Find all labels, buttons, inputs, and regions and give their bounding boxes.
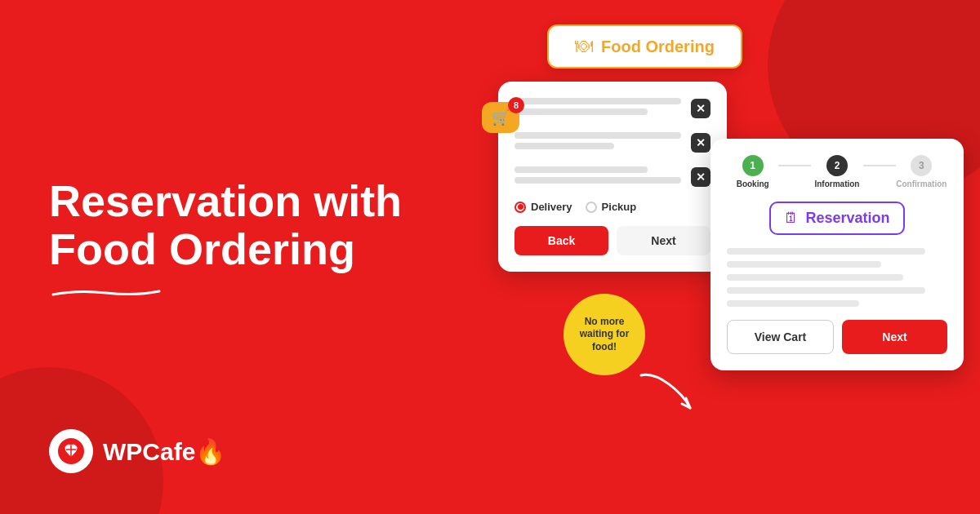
cart-icon: 🛒 (492, 109, 510, 126)
delivery-option[interactable]: Delivery (514, 201, 572, 213)
back-button[interactable]: Back (514, 226, 608, 255)
cart-badge[interactable]: 🛒 8 (482, 102, 519, 133)
title-underline (49, 288, 163, 296)
logo-svg (57, 437, 85, 465)
right-section: 🍽 Food Ordering 🛒 8 ✕ ✕ (474, 24, 964, 490)
steps-row: 1 Booking 2 Information 3 Confirmation (727, 155, 947, 188)
res-line (727, 274, 903, 281)
logo-icon (49, 429, 93, 473)
logo-flame: 🔥 (195, 438, 225, 465)
step-booking: 1 Booking (727, 155, 778, 188)
food-ordering-label: Food Ordering (601, 38, 715, 56)
food-line (514, 177, 681, 184)
reservation-label: Reservation (805, 210, 889, 227)
food-ordering-tab[interactable]: 🍽 Food Ordering (547, 24, 742, 69)
food-line (514, 143, 614, 149)
food-item-row-1: ✕ (514, 98, 710, 119)
step-label-3: Confirmation (896, 179, 947, 188)
arrow-decoration (633, 367, 698, 416)
step-confirmation: 3 Confirmation (896, 155, 947, 188)
step-circle-3: 3 (911, 155, 932, 176)
food-ordering-icon: 🍽 (575, 36, 593, 57)
step-connector-1 (778, 165, 811, 166)
tooltip-text: No more waiting for food! (572, 316, 637, 354)
logo-area: WPCafe🔥 (49, 429, 225, 473)
pickup-option[interactable]: Pickup (586, 201, 637, 213)
food-line (514, 98, 681, 104)
step-circle-1: 1 (742, 155, 764, 176)
food-item-row-3: ✕ (514, 166, 710, 188)
food-item-row-2: ✕ (514, 132, 710, 153)
food-item-lines-2 (514, 132, 681, 153)
delivery-radio[interactable] (514, 202, 526, 213)
food-line (514, 109, 648, 115)
remove-item-btn-2[interactable]: ✕ (691, 133, 710, 153)
reservation-header-btn[interactable]: 🗓 Reservation (769, 202, 904, 235)
remove-item-btn-3[interactable]: ✕ (691, 167, 710, 187)
remove-item-btn-1[interactable]: ✕ (691, 99, 710, 118)
food-line (514, 132, 681, 139)
reservation-card-buttons: View Cart Next (727, 320, 947, 354)
res-line (727, 261, 881, 268)
logo-text: WPCafe🔥 (103, 437, 225, 466)
food-card-buttons: Back Next (514, 226, 710, 255)
delivery-label: Delivery (531, 201, 572, 213)
step-connector-2 (863, 165, 896, 166)
pickup-radio[interactable] (586, 202, 597, 213)
food-item-lines-3 (514, 166, 681, 188)
food-ordering-card: ✕ ✕ ✕ Delivery Pickup (498, 82, 727, 272)
reservation-icon: 🗓 (784, 210, 799, 227)
cart-count: 8 (508, 97, 524, 113)
next-button-reservation[interactable]: Next (842, 320, 947, 354)
reservation-info-lines (727, 248, 947, 307)
reservation-card: 1 Booking 2 Information 3 Confirmation 🗓… (710, 139, 964, 370)
res-line (727, 287, 925, 294)
tooltip-bubble: No more waiting for food! (564, 294, 645, 375)
delivery-pickup-row: Delivery Pickup (514, 201, 710, 213)
step-information: 2 Information (811, 155, 862, 188)
food-line (514, 166, 648, 173)
step-circle-2: 2 (826, 155, 848, 176)
step-label-2: Information (814, 179, 859, 188)
res-line (727, 300, 859, 307)
res-line (727, 248, 925, 255)
food-item-lines-1 (514, 98, 681, 119)
view-cart-button[interactable]: View Cart (727, 320, 834, 354)
next-button-small[interactable]: Next (617, 226, 710, 255)
main-title: Reservation with Food Ordering (49, 177, 425, 274)
step-label-1: Booking (737, 179, 769, 188)
pickup-label: Pickup (602, 201, 637, 213)
